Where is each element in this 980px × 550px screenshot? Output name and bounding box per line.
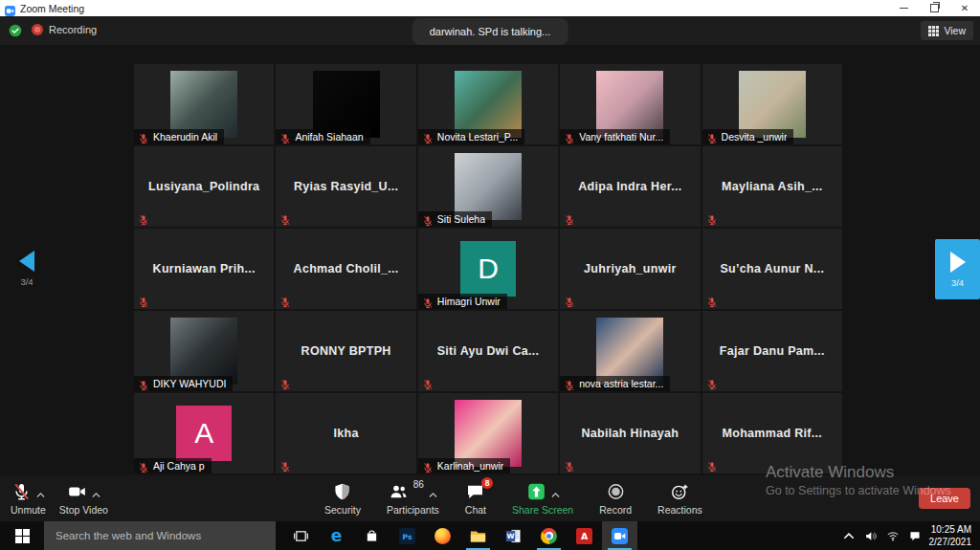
participant-tile[interactable]: DIKY WAHYUDI <box>134 311 274 391</box>
participant-tile[interactable]: DHimagri Unwir <box>418 229 558 309</box>
taskbar-photoshop-icon[interactable]: Ps <box>390 521 425 550</box>
participant-tile[interactable]: Mayliana Asih_... <box>702 146 842 227</box>
toolbar-stop-video-button[interactable]: Stop Video <box>53 475 115 521</box>
chat-unread-badge: 8 <box>481 477 494 489</box>
muted-mic-icon <box>138 378 149 389</box>
clock-time: 10:25 AM <box>929 523 972 536</box>
participant-nameplate <box>276 292 295 309</box>
video-camera-icon <box>67 482 87 501</box>
participant-tile[interactable]: Achmad Cholil_... <box>276 229 415 309</box>
chevron-up-icon[interactable] <box>36 489 45 495</box>
participant-tile[interactable]: Khaerudin Akil <box>134 64 274 144</box>
chevron-up-icon[interactable] <box>92 489 100 495</box>
participant-name-centered: Kurniawan Prih... <box>134 229 274 309</box>
muted-mic-icon <box>11 482 32 501</box>
security-shield-icon <box>332 482 352 501</box>
grid-view-icon <box>928 26 939 36</box>
wifi-icon[interactable] <box>886 529 901 542</box>
participant-tile[interactable]: Juhriyah_unwir <box>560 229 700 309</box>
participant-avatar <box>170 71 237 138</box>
zoom-icon <box>612 528 628 544</box>
participant-tile[interactable]: Lusiyana_Polindra <box>134 146 274 227</box>
restore-button[interactable] <box>919 0 949 16</box>
view-button-label: View <box>944 25 966 36</box>
participant-tile[interactable]: Siti Suleha <box>418 146 558 227</box>
encryption-shield-icon[interactable] <box>9 24 22 37</box>
view-button[interactable]: View <box>921 21 973 40</box>
participant-tile[interactable]: Kurniawan Prih... <box>134 229 274 309</box>
chevron-up-icon[interactable] <box>429 489 437 495</box>
participant-tile[interactable]: nova astria lestar... <box>560 311 700 391</box>
clock-date: 2/27/2021 <box>929 536 972 548</box>
participant-tile[interactable]: Nabilah Hinayah <box>560 393 700 473</box>
participant-tile[interactable]: Mohammad Rif... <box>702 393 842 473</box>
toolbar-reactions-button[interactable]: Reactions <box>651 475 709 521</box>
participant-nameplate: Vany fatkhati Nur... <box>560 129 670 144</box>
toolbar-record-button[interactable]: Record <box>592 475 638 521</box>
muted-mic-icon <box>138 212 149 224</box>
chevron-left-icon <box>19 251 34 272</box>
toolbar-unmute-button[interactable]: Unmute <box>4 475 53 521</box>
participant-tile[interactable]: Vany fatkhati Nur... <box>560 64 700 144</box>
toolbar-participants-button[interactable]: 86Participants <box>380 475 446 521</box>
toolbar-security-button[interactable]: Security <box>318 475 368 521</box>
close-button[interactable]: ✕ <box>949 0 980 16</box>
taskbar-zoom-icon[interactable] <box>602 521 637 550</box>
toolbar-left-group: UnmuteStop Video <box>4 475 115 521</box>
participant-nameplate: Aji Cahya p <box>134 458 212 473</box>
participant-tile[interactable]: Desvita _unwir <box>702 64 842 144</box>
svg-text:W: W <box>507 532 515 540</box>
participant-name-centered: Su’cha Aunur N... <box>702 229 842 309</box>
participant-tile[interactable]: Ikha <box>276 393 415 473</box>
taskbar-task-view-icon[interactable] <box>283 521 319 550</box>
taskbar-windows-store-icon[interactable] <box>354 521 390 550</box>
zoom-app-icon <box>5 3 15 13</box>
action-center-icon[interactable] <box>908 529 923 542</box>
window-titlebar: Zoom Meeting ✕ <box>0 0 980 16</box>
system-tray <box>842 529 929 542</box>
toolbar-record-label: Record <box>599 504 632 516</box>
leave-button[interactable]: Leave <box>919 488 970 509</box>
svg-text:A: A <box>581 531 589 541</box>
participant-name-centered: Mayliana Asih_... <box>702 146 842 227</box>
participant-tile[interactable]: Siti Ayu Dwi Ca... <box>418 311 558 391</box>
start-button[interactable] <box>0 521 44 550</box>
chevron-up-icon[interactable] <box>551 489 560 495</box>
taskbar-search[interactable] <box>44 521 276 550</box>
participant-tile[interactable]: Fajar Danu Pam... <box>702 311 842 391</box>
participant-tile[interactable]: Karlinah_unwir <box>418 393 558 473</box>
participant-tile[interactable]: Anifah Siahaan <box>276 64 415 144</box>
muted-mic-icon <box>279 212 291 224</box>
muted-mic-icon <box>279 459 291 471</box>
participant-tile[interactable]: Su’cha Aunur N... <box>702 229 842 309</box>
previous-page-button[interactable]: 3/4 <box>10 251 44 287</box>
muted-mic-icon <box>422 131 434 143</box>
word-icon: W <box>505 528 522 544</box>
toolbar-chat-button[interactable]: 8Chat <box>458 475 493 521</box>
taskbar-word-icon[interactable]: W <box>496 521 531 550</box>
participant-nameplate <box>134 209 153 227</box>
taskbar-file-explorer-icon[interactable] <box>460 521 496 550</box>
minimize-button[interactable] <box>888 0 919 16</box>
taskbar-firefox-icon[interactable] <box>425 521 460 550</box>
next-page-button[interactable]: 3/4 <box>935 239 980 299</box>
volume-icon[interactable] <box>864 529 879 542</box>
toolbar-share-screen-button[interactable]: Share Screen <box>505 475 580 521</box>
participant-tile[interactable]: Novita Lestari_P... <box>418 64 558 144</box>
participant-name-label: Desvita _unwir <box>722 131 788 143</box>
window-controls: ✕ <box>888 0 980 16</box>
taskbar-edge-icon[interactable]: e <box>319 521 354 550</box>
participant-tile[interactable]: AAji Cahya p <box>134 393 274 473</box>
participant-tile[interactable]: RONNY BPTPH <box>276 311 415 391</box>
participant-tile[interactable]: Ryias Rasyid_U... <box>276 146 415 227</box>
taskbar-acrobat-icon[interactable]: A <box>567 521 602 550</box>
taskbar-clock[interactable]: 10:25 AM 2/27/2021 <box>929 523 980 548</box>
participant-name-label: Karlinah_unwir <box>437 460 503 472</box>
taskbar-chrome-icon[interactable] <box>531 521 567 550</box>
search-input[interactable] <box>44 529 276 542</box>
participant-tile[interactable]: Adipa Indra Her... <box>560 146 700 227</box>
meeting-client-area: Recording darwinah. SPd is talking... Vi… <box>0 16 980 521</box>
chevron-up-icon[interactable] <box>842 529 857 542</box>
participant-nameplate <box>702 209 722 227</box>
muted-mic-icon <box>422 377 434 388</box>
